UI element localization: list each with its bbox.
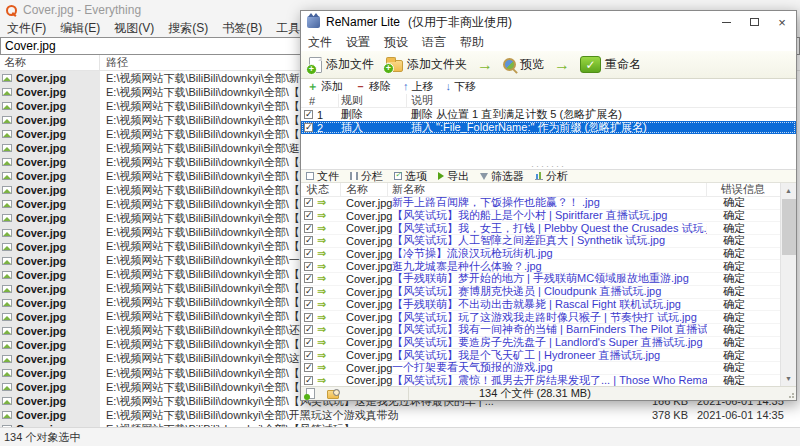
maximize-button[interactable]	[740, 11, 768, 33]
image-file-icon	[2, 327, 12, 335]
file-status-cell: ⇒	[301, 350, 341, 361]
file-name: Cover.jpg	[16, 156, 66, 168]
rule-type: 插入	[339, 120, 407, 135]
rules-header-rule[interactable]: 规则	[339, 94, 407, 107]
file-checkbox[interactable]	[304, 313, 313, 322]
renamer-file-row[interactable]: ⇒ Cover.jpg 【风笑试玩】震惊！孤男去开房结果发现了... | Tho…	[301, 375, 780, 386]
files-toolbar-label: 筛选器	[491, 169, 524, 184]
everything-menu-item[interactable]: 编辑(E)	[53, 20, 107, 37]
rules-column-headers: # 规则 说明	[301, 94, 796, 108]
renamer-menu-item[interactable]: 帮助	[453, 34, 491, 51]
file-checkbox[interactable]	[304, 325, 313, 334]
add-folders-button[interactable]: 添加文件夹	[383, 54, 470, 75]
files-toolbar-label: 导出	[447, 169, 469, 184]
files-header-status[interactable]: 状态	[301, 183, 341, 196]
file-name-cell: Cover.jpg	[0, 211, 100, 225]
column-header-name[interactable]: 名称	[0, 55, 100, 70]
file-checkbox[interactable]	[304, 338, 313, 347]
file-checkbox[interactable]	[304, 274, 313, 283]
everything-menu-item[interactable]: 视图(V)	[107, 20, 161, 37]
file-checkbox[interactable]	[304, 300, 313, 309]
close-button[interactable]: ×	[768, 11, 796, 33]
rename-button[interactable]: ✓ 重命名	[577, 54, 644, 75]
file-old-name: Cover.jpg	[341, 273, 388, 285]
resize-grip[interactable]	[786, 390, 794, 398]
file-checkbox[interactable]	[304, 287, 313, 296]
rule-move-down-button[interactable]: ↓ 下移	[446, 79, 477, 94]
rule-add-label: 添加	[321, 79, 343, 94]
scroll-up-icon[interactable]: ▲	[781, 183, 797, 198]
file-checkbox[interactable]	[304, 363, 313, 372]
scrollbar-track[interactable]	[781, 198, 797, 371]
file-name-cell: Cover.jpg	[0, 408, 100, 422]
vertical-scrollbar[interactable]: ▲ ▼	[780, 183, 796, 386]
everything-file-row[interactable]: Cover.jpg E:\视频网站下载\BiliBili\downkyi\全部\…	[0, 408, 800, 422]
everything-statusbar: 134 个对象选中	[0, 427, 800, 446]
preview-button[interactable]: 预览	[500, 54, 547, 75]
minimize-button[interactable]	[712, 11, 740, 33]
add-files-mini-icon[interactable]	[306, 388, 315, 399]
files-header-new-name[interactable]: 新名称	[388, 183, 707, 196]
file-checkbox[interactable]	[304, 249, 313, 258]
renamer-titlebar[interactable]: ReNamer Lite (仅用于非商业使用) ×	[301, 11, 796, 33]
file-name-cell: Cover.jpg	[0, 310, 100, 324]
file-name: Cover.jpg	[16, 339, 66, 351]
files-toolbar-button[interactable]: 分析	[535, 169, 568, 184]
rule-row[interactable]: 2 插入 插入 ":File_FolderName:" 作为前缀 (忽略扩展名)	[301, 121, 796, 134]
file-checkbox[interactable]	[304, 198, 313, 207]
renamer-menu-item[interactable]: 设置	[339, 34, 377, 51]
files-header-error[interactable]: 错误信息	[707, 183, 780, 196]
scrollbar-thumb[interactable]	[782, 199, 796, 255]
file-status-cell: ⇒	[301, 248, 341, 259]
file-checkbox[interactable]	[304, 211, 313, 220]
rule-checkbox[interactable]	[304, 123, 313, 132]
file-name: Cover.jpg	[16, 212, 66, 224]
file-name-cell: Cover.jpg	[0, 296, 100, 310]
file-new-name: 【风笑试玩】震惊！孤男去开房结果发现了... | Those Who Remai…	[388, 373, 707, 386]
file-name-cell: Cover.jpg	[0, 127, 100, 141]
file-old-name: Cover.jpg	[341, 336, 388, 348]
preview-files-mini-icon[interactable]	[327, 390, 339, 399]
image-file-icon	[2, 243, 12, 251]
everything-menu-item[interactable]: 搜索(S)	[161, 20, 215, 37]
renamer-menu-item[interactable]: 预设	[377, 34, 415, 51]
close-icon: ×	[778, 16, 786, 29]
options-tab-icon	[394, 172, 402, 180]
rule-remove-button[interactable]: － 移除	[355, 79, 391, 94]
image-file-icon	[2, 397, 12, 405]
everything-menu-item[interactable]: 文件(F)	[0, 20, 53, 37]
file-status-cell: ⇒	[301, 286, 341, 297]
rule-add-button[interactable]: ＋ 添加	[307, 79, 343, 94]
file-checkbox[interactable]	[304, 351, 313, 360]
files-header-name[interactable]: 名称	[341, 183, 388, 196]
image-file-icon	[2, 229, 12, 237]
file-checkbox[interactable]	[304, 224, 313, 233]
everything-menu-item[interactable]: 书签(B)	[215, 20, 269, 37]
rule-move-up-button[interactable]: ↑ 上移	[403, 79, 434, 94]
rename-arrow-icon: ⇒	[317, 299, 326, 310]
renamer-menu-item[interactable]: 语言	[415, 34, 453, 51]
file-size: 378 KB	[628, 409, 688, 421]
flow-arrow-icon: →	[553, 57, 571, 73]
file-name-cell: Cover.jpg	[0, 282, 100, 296]
scroll-down-icon[interactable]: ▼	[781, 371, 797, 386]
everything-logo-icon	[6, 5, 17, 16]
rules-header-description[interactable]: 说明	[407, 94, 796, 107]
renamer-menu-item[interactable]: 文件	[301, 34, 339, 51]
file-path: E:\视频网站下载\BiliBili\downkyi\全部\开黑玩这个游戏真带劲	[100, 408, 622, 423]
file-status-cell: ⇒	[301, 235, 341, 246]
export-tab-icon	[438, 172, 444, 180]
file-old-name: Cover.jpg	[341, 324, 388, 336]
file-checkbox[interactable]	[304, 262, 313, 271]
add-files-button[interactable]: 添加文件	[306, 54, 377, 75]
files-toolbar-button[interactable]: 导出	[438, 169, 469, 184]
rule-checkbox[interactable]	[304, 110, 313, 119]
file-name-cell: Cover.jpg	[0, 338, 100, 352]
file-name: Cover.jpg	[16, 114, 66, 126]
files-toolbar-button[interactable]: 筛选器	[480, 169, 524, 184]
rules-header-num[interactable]: #	[301, 94, 339, 107]
rename-arrow-icon: ⇒	[317, 286, 326, 297]
rename-arrow-icon: ⇒	[317, 261, 326, 272]
file-checkbox[interactable]	[304, 236, 313, 245]
file-checkbox[interactable]	[304, 376, 313, 385]
